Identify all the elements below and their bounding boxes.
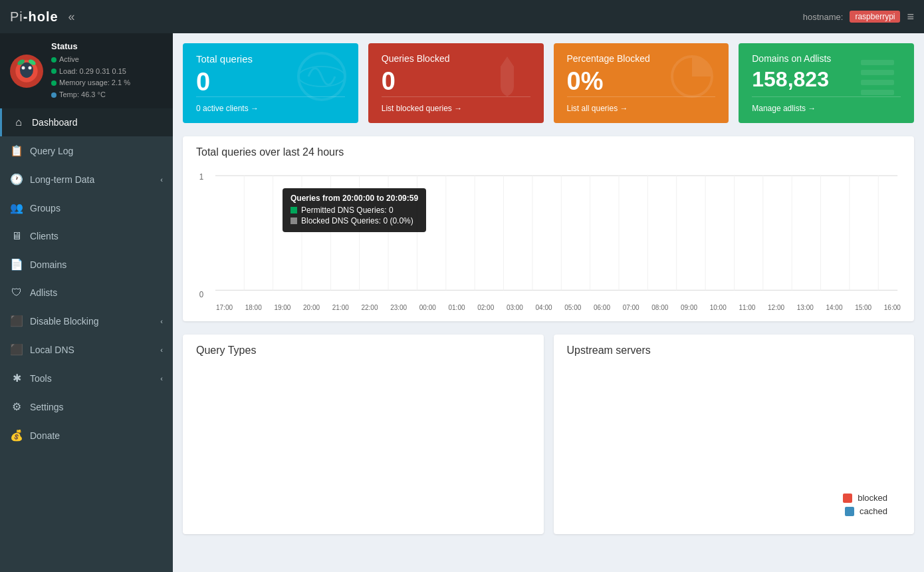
local-dns-arrow-icon: ‹ bbox=[160, 346, 163, 354]
brand-hole: -hole bbox=[23, 9, 58, 24]
navbar-left: Pi-hole « bbox=[10, 9, 75, 25]
upstream-servers-title: Upstream servers bbox=[567, 345, 901, 357]
sidebar-link-donate[interactable]: 💰 Donate bbox=[0, 421, 173, 450]
sidebar-label-disable-blocking: Disable Blocking bbox=[30, 316, 99, 327]
sidebar-label-local-dns: Local DNS bbox=[30, 345, 74, 355]
bottom-panels: Query Types Upstream servers blocked cac… bbox=[183, 335, 914, 534]
disable-blocking-arrow-icon: ‹ bbox=[160, 317, 163, 325]
sidebar-label-adlists: Adlists bbox=[30, 287, 57, 298]
sidebar-link-disable-blocking[interactable]: ⬛ Disable Blocking ‹ bbox=[0, 307, 173, 335]
load-dot-icon bbox=[51, 69, 57, 74]
disable-blocking-icon: ⬛ bbox=[10, 315, 23, 327]
active-dot-icon bbox=[51, 57, 57, 63]
long-term-data-arrow-icon: ‹ bbox=[160, 176, 163, 184]
stat-card-queries-blocked: Queries Blocked 0 List blocked queries → bbox=[368, 43, 544, 123]
x-label-13: 13:00 bbox=[797, 304, 814, 311]
sidebar-link-clients[interactable]: 🖥 Clients bbox=[0, 222, 173, 250]
legend-blocked-label: blocked bbox=[858, 493, 887, 503]
x-label-22: 22:00 bbox=[361, 304, 378, 311]
dashboard-icon: ⌂ bbox=[12, 116, 25, 128]
load-label: Load: 0.29 0.31 0.15 bbox=[59, 66, 126, 78]
sidebar-item-groups[interactable]: 👥 Groups bbox=[0, 194, 173, 222]
total-queries-chart-box: Total queries over last 24 hours Queries… bbox=[183, 136, 914, 321]
sidebar-link-groups[interactable]: 👥 Groups bbox=[0, 194, 173, 222]
temp-line: Temp: 46.3 °C bbox=[51, 89, 163, 101]
hostname-label: hostname: bbox=[803, 12, 844, 22]
active-label: Active bbox=[59, 54, 79, 66]
memory-dot-icon bbox=[51, 80, 57, 86]
x-label-01: 01:00 bbox=[449, 304, 465, 311]
total-queries-title: Total queries bbox=[196, 53, 253, 65]
sidebar-link-query-log[interactable]: 📋 Query Log bbox=[0, 136, 173, 165]
svg-rect-14 bbox=[861, 90, 894, 95]
query-log-icon: 📋 bbox=[10, 144, 23, 157]
query-types-title: Query Types bbox=[196, 345, 530, 357]
chart-x-axis: 17:00 18:00 19:00 20:00 21:00 22:00 23:0… bbox=[196, 301, 901, 311]
sidebar-link-dashboard[interactable]: ⌂ Dashboard bbox=[0, 108, 173, 136]
sidebar-item-clients[interactable]: 🖥 Clients bbox=[0, 222, 173, 250]
memory-label: Memory usage: 2.1 % bbox=[59, 77, 130, 89]
legend-blocked-icon bbox=[843, 494, 852, 503]
stat-card-total-queries: Total queries 0 0 active clients → bbox=[183, 43, 358, 123]
x-label-05: 05:00 bbox=[564, 304, 581, 311]
sidebar-label-settings: Settings bbox=[30, 402, 64, 412]
x-label-08: 08:00 bbox=[651, 304, 668, 311]
svg-text:0: 0 bbox=[199, 290, 203, 300]
x-label-14: 14:00 bbox=[826, 304, 842, 311]
sidebar-item-long-term-data[interactable]: 🕐 Long-term Data ‹ bbox=[0, 165, 173, 194]
memory-line: Memory usage: 2.1 % bbox=[51, 77, 163, 89]
sidebar-item-adlists[interactable]: 🛡 Adlists bbox=[0, 279, 173, 307]
sidebar-label-long-term-data: Long-term Data bbox=[30, 174, 94, 185]
sidebar-item-disable-blocking[interactable]: ⬛ Disable Blocking ‹ bbox=[0, 307, 173, 335]
long-term-data-icon: 🕐 bbox=[10, 173, 23, 186]
clients-icon: 🖥 bbox=[10, 230, 23, 242]
sidebar-link-domains[interactable]: 📄 Domains bbox=[0, 250, 173, 279]
settings-icon: ⚙ bbox=[10, 400, 23, 413]
sidebar-item-query-log[interactable]: 📋 Query Log bbox=[0, 136, 173, 165]
svg-point-2 bbox=[20, 62, 33, 77]
percentage-blocked-title: Percentage Blocked bbox=[567, 53, 650, 64]
x-label-02: 02:00 bbox=[477, 304, 494, 311]
x-label-04: 04:00 bbox=[536, 304, 552, 311]
hamburger-menu-button[interactable]: ≡ bbox=[907, 10, 914, 24]
sidebar-link-local-dns[interactable]: ⬛ Local DNS ‹ bbox=[0, 335, 173, 364]
svg-text:1: 1 bbox=[199, 172, 203, 182]
upstream-servers-panel: Upstream servers blocked cached bbox=[554, 335, 915, 534]
sidebar-link-tools[interactable]: ✱ Tools ‹ bbox=[0, 364, 173, 392]
sidebar-link-settings[interactable]: ⚙ Settings bbox=[0, 392, 173, 421]
sidebar-link-long-term-data[interactable]: 🕐 Long-term Data ‹ bbox=[0, 165, 173, 194]
sidebar-item-donate[interactable]: 💰 Donate bbox=[0, 421, 173, 450]
tools-arrow-icon: ‹ bbox=[160, 374, 163, 382]
sidebar-label-clients: Clients bbox=[30, 231, 58, 241]
status-active-line: Active bbox=[51, 54, 163, 66]
temp-dot-icon bbox=[51, 92, 57, 98]
x-label-21: 21:00 bbox=[332, 304, 349, 311]
sidebar-label-groups: Groups bbox=[30, 203, 60, 214]
x-label-20: 20:00 bbox=[303, 304, 320, 311]
sidebar-link-adlists[interactable]: 🛡 Adlists bbox=[0, 279, 173, 307]
chart-svg: 1 0 bbox=[196, 168, 901, 301]
x-label-03: 03:00 bbox=[507, 304, 523, 311]
x-label-00: 00:00 bbox=[419, 304, 436, 311]
collapse-sidebar-button[interactable]: « bbox=[68, 10, 75, 24]
svg-rect-13 bbox=[861, 80, 894, 85]
x-label-18: 18:00 bbox=[245, 304, 262, 311]
svg-rect-11 bbox=[861, 60, 894, 65]
sidebar-menu: ⌂ Dashboard 📋 Query Log 🕐 Long-term Data… bbox=[0, 108, 173, 450]
status-info: Status Active Load: 0.29 0.31 0.15 Memor… bbox=[51, 41, 163, 100]
legend-cached-label: cached bbox=[860, 506, 887, 516]
sidebar-item-local-dns[interactable]: ⬛ Local DNS ‹ bbox=[0, 335, 173, 364]
sidebar-item-tools[interactable]: ✱ Tools ‹ bbox=[0, 364, 173, 392]
svg-point-3 bbox=[22, 66, 25, 69]
chart-title: Total queries over last 24 hours bbox=[196, 146, 901, 158]
upstream-servers-legend: blocked cached bbox=[567, 366, 901, 519]
x-label-16: 16:00 bbox=[884, 304, 901, 311]
legend-cached-icon bbox=[845, 507, 854, 516]
sidebar-label-tools: Tools bbox=[30, 373, 52, 384]
sidebar-item-dashboard[interactable]: ⌂ Dashboard bbox=[0, 108, 173, 136]
sidebar-item-settings[interactable]: ⚙ Settings bbox=[0, 392, 173, 421]
sidebar-label-dashboard: Dashboard bbox=[32, 117, 78, 128]
sidebar-item-domains[interactable]: 📄 Domains bbox=[0, 250, 173, 279]
domains-icon: 📄 bbox=[10, 258, 23, 271]
donate-icon: 💰 bbox=[10, 429, 23, 442]
